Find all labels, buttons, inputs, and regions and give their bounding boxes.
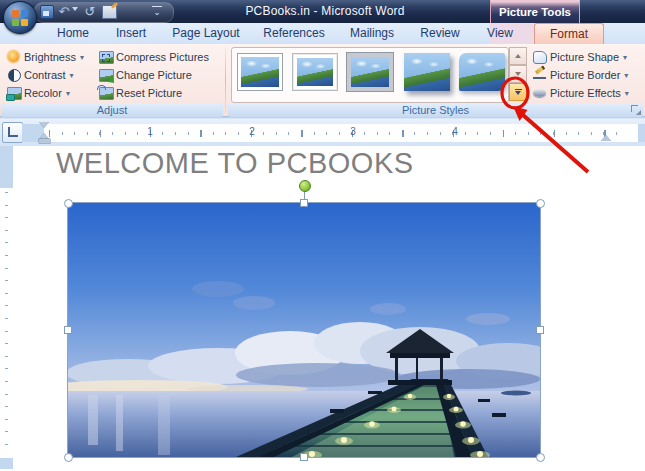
office-logo-icon (12, 10, 28, 26)
dropdown-caret-icon (624, 69, 628, 81)
recolor-button[interactable]: Recolor (4, 84, 73, 101)
tab-format[interactable]: Format (534, 23, 604, 45)
gallery-scroll-up-button[interactable] (509, 47, 527, 65)
compress-pictures-icon (99, 51, 114, 64)
rotation-handle[interactable] (299, 180, 311, 192)
ruler-ticks (49, 130, 629, 137)
more-arrow-icon (515, 91, 521, 95)
button-label: Contrast (24, 69, 66, 81)
window-title: PCBooks.in - Microsoft Word (180, 4, 470, 18)
picture-styles-more-button[interactable] (509, 83, 527, 101)
dropdown-caret-icon (80, 51, 84, 63)
picture-border-icon (533, 68, 546, 81)
button-label: Picture Border (550, 69, 620, 81)
brightness-icon (8, 51, 19, 62)
dialog-launcher-icon[interactable] (630, 104, 641, 115)
resize-handle-middle-right[interactable] (536, 326, 544, 334)
picture-styles-group-label: Picture Styles (228, 103, 643, 117)
style-preview-image (241, 57, 279, 87)
button-label: Recolor (24, 87, 62, 99)
picture-shape-button[interactable]: Picture Shape (530, 48, 630, 65)
contrast-icon (8, 69, 21, 82)
reset-picture-button[interactable]: Reset Picture (96, 84, 185, 101)
button-label: Compress Pictures (116, 51, 209, 63)
ruler-mark: 4 (449, 126, 461, 137)
dropdown-caret-icon (623, 51, 627, 63)
dropdown-caret-icon (70, 69, 74, 81)
first-line-indent-icon[interactable] (39, 122, 49, 128)
save-icon[interactable] (40, 5, 54, 19)
down-arrow-icon (515, 72, 521, 76)
redo-icon[interactable]: ↺ (82, 4, 98, 19)
brightness-button[interactable]: Brightness (4, 48, 87, 65)
tab-view[interactable]: View (478, 24, 522, 44)
ruler-mark: 1 (144, 126, 156, 137)
recolor-icon (7, 87, 22, 100)
tab-page-layout[interactable]: Page Layout (166, 24, 246, 44)
ruler-ticks (5, 192, 8, 454)
gallery-scroll-down-button[interactable] (509, 65, 527, 83)
tab-home[interactable]: Home (48, 24, 98, 44)
vertical-ruler[interactable] (0, 146, 13, 469)
group-separator (225, 47, 226, 113)
word-window: ↶ ↺ ⌄ PCBooks.in - Microsoft Word Pictur… (0, 0, 645, 471)
style-preview-image (297, 58, 333, 86)
style-preview-image (404, 53, 450, 91)
button-label: Reset Picture (116, 87, 182, 99)
tab-insert[interactable]: Insert (106, 24, 156, 44)
contextual-tools-label: Picture Tools (490, 0, 580, 25)
picture-effects-button[interactable]: Picture Effects (530, 84, 632, 101)
button-label: Picture Shape (550, 51, 619, 63)
picture-border-button[interactable]: Picture Border (530, 66, 631, 83)
draw-table-icon[interactable] (102, 5, 117, 19)
compress-pictures-button[interactable]: Compress Pictures (96, 48, 212, 65)
picture-style-thumbnail[interactable] (292, 53, 338, 91)
qat-customize-icon[interactable]: ⌄ (152, 6, 162, 17)
indent-marker[interactable] (39, 122, 50, 143)
tab-mailings[interactable]: Mailings (340, 24, 404, 44)
button-label: Brightness (24, 51, 76, 63)
adjust-group-label: Adjust (1, 103, 223, 117)
button-label: Change Picture (116, 69, 192, 81)
resize-handle-bottom-right[interactable] (536, 453, 545, 462)
dropdown-caret-icon (66, 87, 70, 99)
undo-dropdown-caret-icon[interactable] (72, 7, 78, 11)
tab-references[interactable]: References (254, 24, 334, 44)
selected-picture[interactable] (68, 203, 540, 457)
ruler-mark: 3 (347, 126, 359, 137)
resize-handle-top-left[interactable] (64, 199, 73, 208)
office-button[interactable] (3, 1, 37, 34)
dropdown-caret-icon (625, 87, 629, 99)
picture-style-thumbnail[interactable] (404, 53, 450, 91)
change-picture-icon (99, 69, 114, 82)
picture-style-thumbnail[interactable] (237, 53, 283, 91)
document-heading[interactable]: WELCOME TO PCBOOKS (56, 147, 476, 180)
resize-handle-top-center[interactable] (300, 199, 308, 207)
picture-styles-gallery (231, 47, 509, 103)
horizontal-ruler[interactable]: 1 2 3 4 (22, 124, 645, 142)
change-picture-button[interactable]: Change Picture (96, 66, 195, 83)
left-indent-icon[interactable] (39, 139, 50, 143)
resize-handle-middle-left[interactable] (64, 326, 72, 334)
resize-handle-bottom-left[interactable] (64, 453, 73, 462)
picture-style-thumbnail[interactable] (459, 53, 505, 91)
tab-review[interactable]: Review (412, 24, 468, 44)
resize-handle-bottom-center[interactable] (300, 453, 308, 461)
more-icon (515, 89, 522, 91)
ruler-mark: 2 (246, 126, 258, 137)
button-label: Picture Effects (550, 87, 621, 99)
style-preview-image (351, 57, 389, 87)
tab-stop-selector[interactable] (2, 122, 23, 143)
pier-ocean-photo (68, 203, 540, 457)
picture-shape-icon (533, 51, 547, 64)
picture-style-thumbnail[interactable] (347, 53, 393, 91)
up-arrow-icon (515, 54, 521, 58)
undo-icon[interactable]: ↶ (56, 4, 72, 19)
style-preview-image (459, 53, 505, 91)
reset-picture-icon (99, 87, 114, 100)
resize-handle-top-right[interactable] (536, 199, 545, 208)
picture-effects-icon (533, 89, 546, 97)
contrast-button[interactable]: Contrast (4, 66, 77, 83)
right-indent-icon[interactable] (601, 135, 611, 141)
